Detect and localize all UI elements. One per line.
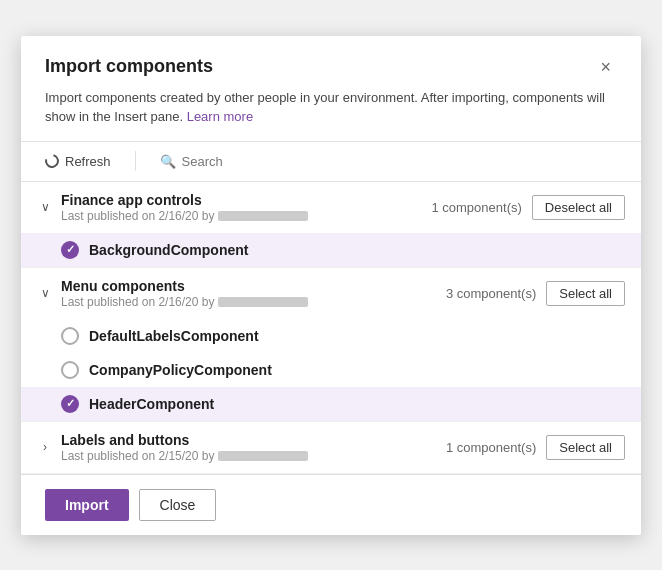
import-button[interactable]: Import <box>45 489 129 521</box>
group-finance-sub: Last published on 2/16/20 by <box>61 209 308 223</box>
close-footer-button[interactable]: Close <box>139 489 217 521</box>
group-labels-published: Last published on 2/15/20 by <box>61 449 214 463</box>
dialog-header: Import components × <box>21 36 641 88</box>
component-name: DefaultLabelsComponent <box>89 328 259 344</box>
chevron-down-icon[interactable]: ∨ <box>37 200 53 214</box>
search-input[interactable] <box>182 154 350 169</box>
select-all-labels-button[interactable]: Select all <box>546 435 625 460</box>
deselect-all-finance-button[interactable]: Deselect all <box>532 195 625 220</box>
chevron-down-icon[interactable]: ∨ <box>37 286 53 300</box>
radio-unchecked-icon[interactable] <box>61 327 79 345</box>
group-finance-info: Finance app controls Last published on 2… <box>61 192 308 223</box>
chevron-right-icon[interactable]: › <box>37 440 53 454</box>
dialog-footer: Import Close <box>21 474 641 535</box>
select-all-menu-button[interactable]: Select all <box>546 281 625 306</box>
group-labels-info: Labels and buttons Last published on 2/1… <box>61 432 308 463</box>
search-icon: 🔍 <box>160 154 176 169</box>
learn-more-link[interactable]: Learn more <box>187 109 253 124</box>
group-menu-published: Last published on 2/16/20 by <box>61 295 214 309</box>
list-item[interactable]: HeaderComponent <box>21 387 641 421</box>
toolbar: Refresh 🔍 <box>21 141 641 182</box>
dialog-description: Import components created by other peopl… <box>21 88 641 141</box>
radio-unchecked-icon[interactable] <box>61 361 79 379</box>
toolbar-divider <box>135 151 136 171</box>
group-menu-count: 3 component(s) <box>446 286 536 301</box>
group-finance: ∨ Finance app controls Last published on… <box>21 182 641 268</box>
component-name: CompanyPolicyComponent <box>89 362 272 378</box>
group-menu-name: Menu components <box>61 278 308 294</box>
group-finance-header: ∨ Finance app controls Last published on… <box>21 182 641 233</box>
refresh-button[interactable]: Refresh <box>45 150 111 173</box>
content-area: ∨ Finance app controls Last published on… <box>21 182 641 474</box>
import-components-dialog: Import components × Import components cr… <box>21 36 641 535</box>
group-labels-name: Labels and buttons <box>61 432 308 448</box>
group-finance-left: ∨ Finance app controls Last published on… <box>37 192 308 223</box>
refresh-icon <box>42 151 61 170</box>
refresh-label: Refresh <box>65 154 111 169</box>
group-menu: ∨ Menu components Last published on 2/16… <box>21 268 641 422</box>
search-area: 🔍 <box>160 154 350 169</box>
group-finance-author <box>218 211 308 221</box>
list-item[interactable]: DefaultLabelsComponent <box>21 319 641 353</box>
component-name: BackgroundComponent <box>89 242 248 258</box>
group-labels-author <box>218 451 308 461</box>
group-labels-header: › Labels and buttons Last published on 2… <box>21 422 641 473</box>
checkbox-checked-icon[interactable] <box>61 241 79 259</box>
group-finance-name: Finance app controls <box>61 192 308 208</box>
group-menu-sub: Last published on 2/16/20 by <box>61 295 308 309</box>
group-menu-right: 3 component(s) Select all <box>446 281 625 306</box>
group-labels-sub: Last published on 2/15/20 by <box>61 449 308 463</box>
group-finance-count: 1 component(s) <box>431 200 521 215</box>
group-labels-count: 1 component(s) <box>446 440 536 455</box>
component-name: HeaderComponent <box>89 396 214 412</box>
list-item[interactable]: BackgroundComponent <box>21 233 641 267</box>
list-item[interactable]: CompanyPolicyComponent <box>21 353 641 387</box>
group-menu-author <box>218 297 308 307</box>
group-labels-left: › Labels and buttons Last published on 2… <box>37 432 308 463</box>
group-menu-left: ∨ Menu components Last published on 2/16… <box>37 278 308 309</box>
dialog-title: Import components <box>45 56 213 77</box>
close-button[interactable]: × <box>594 56 617 78</box>
checkbox-checked-icon[interactable] <box>61 395 79 413</box>
group-finance-right: 1 component(s) Deselect all <box>431 195 625 220</box>
group-labels: › Labels and buttons Last published on 2… <box>21 422 641 474</box>
group-menu-info: Menu components Last published on 2/16/2… <box>61 278 308 309</box>
group-finance-published: Last published on 2/16/20 by <box>61 209 214 223</box>
group-menu-header: ∨ Menu components Last published on 2/16… <box>21 268 641 319</box>
description-text: Import components created by other peopl… <box>45 90 605 125</box>
group-labels-right: 1 component(s) Select all <box>446 435 625 460</box>
